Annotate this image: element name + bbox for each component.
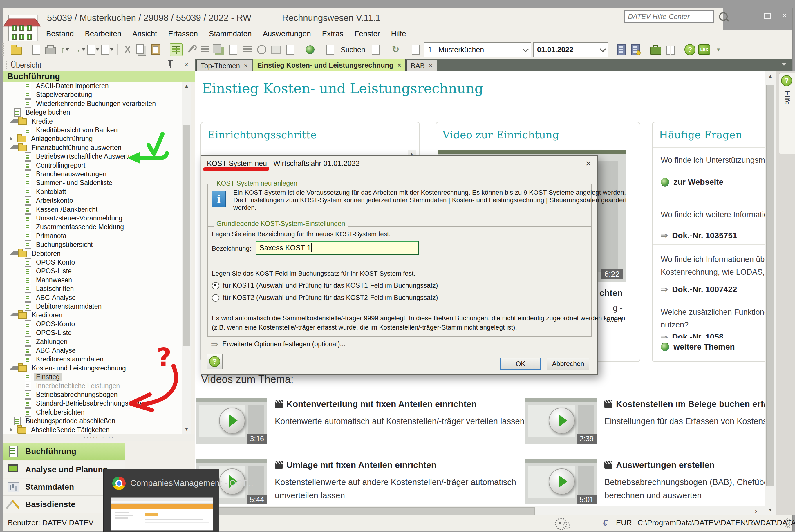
tree-item[interactable]: Anlagenbuchführung (3, 134, 182, 143)
sidebar-splitter[interactable]: ·········· (3, 434, 195, 441)
toolbar-button-window-view[interactable] (87, 43, 99, 56)
tab-einstieg-kosten-und-leistungsrechnung[interactable]: Einstieg Kosten- und Leistungsrechnung× (253, 59, 405, 71)
tree-item[interactable]: Primanota (3, 231, 182, 241)
tree-item[interactable]: Zahlungen (3, 337, 182, 346)
tree-item[interactable]: Lastschriften (3, 284, 182, 293)
menu-item-bearbeiten[interactable]: Bearbeiten (79, 28, 127, 39)
toolbar-button-arrow-up[interactable]: ↑ (59, 43, 71, 56)
tree-item[interactable]: Kreditorenstammdaten (3, 355, 182, 364)
menu-item-bestand[interactable]: Bestand (41, 28, 79, 39)
tree-item[interactable]: Branchenauswertungen (3, 170, 182, 179)
tree-item[interactable]: OPOS-Liste (3, 328, 182, 337)
search-icon[interactable] (719, 12, 728, 21)
tree-item[interactable]: Kreditoren (3, 311, 182, 320)
content-hscrollbar[interactable]: › (195, 506, 765, 515)
toolbar-button-globe-doc[interactable] (304, 43, 316, 56)
radio-kost1[interactable]: für KOST1 (Auswahl und Prüfung für das K… (212, 282, 438, 289)
tree-item[interactable]: Arbeitskonto (3, 196, 182, 205)
tree-item[interactable]: Zusammenfassende Meldung (3, 223, 182, 231)
expander-open-icon[interactable] (10, 145, 18, 149)
faq-link-web[interactable]: zur Webseite (661, 177, 723, 187)
scroll-up-icon[interactable]: ▲ (182, 83, 191, 89)
tree-item[interactable]: Belege buchen (3, 108, 182, 117)
tree-item[interactable]: Finanzbuchführung auswerten (3, 143, 182, 152)
tree-item[interactable]: Kredite (3, 117, 182, 126)
video-title[interactable]: Umlage mit fixen Anteilen einrichten (275, 460, 436, 470)
tree-item[interactable]: ABC-Analyse (3, 293, 182, 302)
tree-item[interactable]: Kosten- und Leistungsrechnung (3, 364, 182, 373)
toolbar-grip[interactable] (2, 43, 4, 56)
tree-item[interactable]: Summen- und Saldenliste (3, 178, 182, 187)
tree-item[interactable]: Abschließende Tätigkeiten (3, 425, 182, 434)
scroll-down-icon[interactable]: ▼ (182, 426, 191, 432)
tree-item[interactable]: Mahnwesen (3, 276, 182, 285)
tree-item[interactable]: Controllingreport (3, 161, 182, 170)
toolbar-button-paste[interactable] (150, 43, 162, 56)
toolbar-button-tree-view[interactable] (170, 43, 183, 56)
play-button-icon[interactable] (549, 407, 575, 434)
toolbar-button-lex[interactable]: LEX (698, 43, 710, 56)
faq-link-dok[interactable]: ⇒Dok.-Nr. 1035751 (661, 230, 737, 241)
cancel-button[interactable]: Abbrechen (547, 358, 589, 370)
expander-open-icon[interactable] (10, 366, 18, 369)
content-vscrollbar[interactable]: ▲ ▼ (765, 71, 776, 515)
tab-bab[interactable]: BAB× (406, 60, 437, 71)
tree-item[interactable]: Stapelverarbeitung (3, 90, 182, 99)
expander-open-icon[interactable] (10, 251, 18, 255)
video-thumbnail[interactable]: 2:39 (526, 398, 597, 443)
faq-link-dok[interactable]: ⇒Dok.-Nr. 1007422 (661, 284, 737, 294)
resize-grip[interactable] (785, 518, 790, 528)
toolbar-button-more[interactable]: ▾ (712, 43, 724, 56)
toolbar-button-list-view[interactable] (241, 43, 253, 56)
maximize-button[interactable] (761, 11, 774, 21)
toolbar-button-components[interactable] (213, 43, 225, 56)
tree-item[interactable]: OPOS-Konto (3, 320, 182, 329)
video-title[interactable]: Kostenstellen im Belege buchen erfasse (604, 399, 765, 409)
close-button[interactable]: × (778, 11, 791, 21)
tree-item[interactable]: Einstieg (3, 373, 182, 381)
menu-item-stammdaten[interactable]: Stammdaten (203, 28, 257, 39)
toolbar-button-calculator[interactable] (616, 43, 628, 56)
tree-item[interactable]: Innerbetriebliche Leistungen (3, 381, 182, 391)
toolbar-button-arrow-next[interactable]: → (73, 43, 85, 56)
toolbar-button-history[interactable] (255, 43, 268, 56)
menu-item-fenster[interactable]: Fenster (349, 28, 385, 39)
toolbar-button-doc-copy[interactable] (227, 43, 239, 56)
tab-top-themen[interactable]: Top-Themen× (196, 60, 252, 71)
tree-item[interactable]: Buchungsübersicht (3, 240, 182, 249)
content-vscrollbar-thumb[interactable] (766, 85, 774, 486)
video-title[interactable]: Auswertungen erstellen (604, 460, 715, 470)
tree-item[interactable]: OPOS-Liste (3, 267, 182, 276)
company-select[interactable]: 1 - Musterküchen (424, 42, 531, 57)
menu-item-ansicht[interactable]: Ansicht (127, 28, 163, 39)
toolbar-button-print[interactable] (44, 43, 57, 56)
menu-item-hilfe[interactable]: Hilfe (385, 28, 412, 39)
toolbar-button-copy[interactable] (135, 43, 148, 56)
help-side-tab[interactable]: ? Hilfe (779, 73, 795, 154)
toolbar-button-doc-gear[interactable] (284, 43, 296, 56)
scroll-up-icon[interactable]: ▲ (765, 73, 776, 79)
chrome-preview-window[interactable]: CompaniesManagement - OCT... (103, 469, 219, 532)
tab-close-icon[interactable]: × (429, 62, 433, 70)
expander-open-icon[interactable] (10, 119, 18, 123)
tab-close-icon[interactable]: × (398, 61, 401, 69)
toolbar-button-briefcase[interactable] (650, 43, 662, 56)
faq-link-web[interactable]: weitere Themen (661, 342, 735, 352)
expander-open-icon[interactable] (10, 313, 18, 317)
toolbar-button-list-settings[interactable] (199, 43, 211, 56)
tree-item[interactable]: Betriebsabrechnungsbogen (3, 390, 182, 399)
date-select[interactable]: 01.01.2022 (533, 42, 608, 57)
ok-button[interactable]: OK (500, 358, 541, 370)
menu-item-extras[interactable]: Extras (317, 28, 349, 39)
tree-item[interactable]: Kassen-/Bankbericht (3, 205, 182, 214)
tree-item[interactable]: ASCII-Daten importieren (3, 81, 182, 91)
tree-scrollbar[interactable]: ▲ ▼ (182, 81, 191, 434)
menu-item-erfassen[interactable]: Erfassen (163, 28, 203, 39)
sidebar-item-buchf-hrung[interactable]: Buchführung (3, 443, 125, 460)
tree-item[interactable]: Chefübersichten (3, 408, 182, 417)
tree-item[interactable]: Kontoblatt (3, 187, 182, 196)
tab-close-icon[interactable]: × (244, 62, 248, 70)
tree-item[interactable]: Kreditübersicht von Banken (3, 126, 182, 135)
tree-scrollbar-thumb[interactable] (183, 125, 190, 346)
video-thumbnail[interactable]: 5:01 (526, 459, 597, 505)
